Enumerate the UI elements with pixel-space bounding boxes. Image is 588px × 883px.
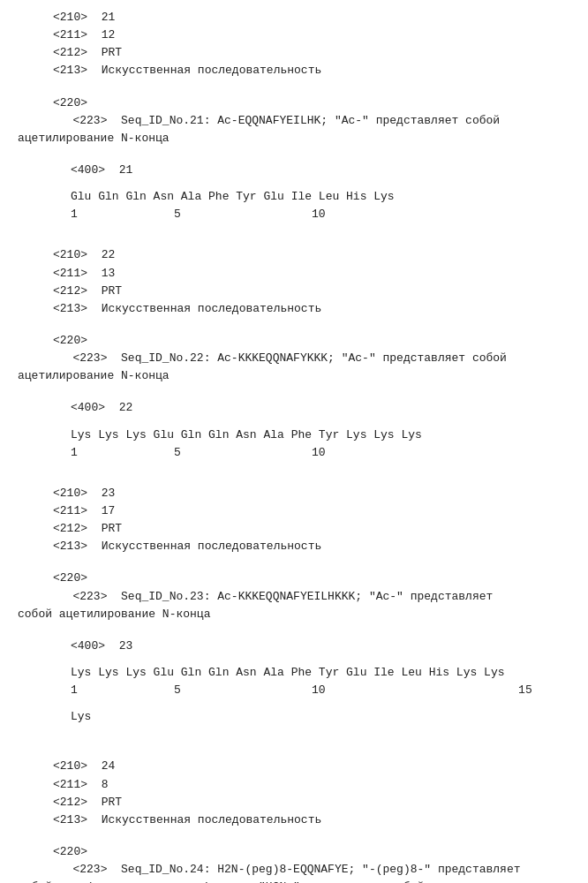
tag-223-22: <223> Seq_ID_No.22: Ac-KKKEQQNAFYKKK; "A… [18,350,570,385]
tag-223-24-line1: <223> Seq_ID_No.24: H2N-(peg)8-EQQNAFYE;… [18,861,570,879]
tag-400-23: <400> 23 [18,638,570,655]
field-213-23: <213> Искусственная последовательность [18,538,570,555]
main-content: <210> 21 <211> 12 <212> PRT <213> Искусс… [0,9,588,883]
field-212-24: <212> PRT [18,794,570,811]
num-line-21: 1 5 10 [18,206,570,223]
field-210-21: <210> 21 [18,9,570,26]
seq-line2-23: Lys [18,708,570,726]
tag-220-23: <220> [18,570,570,587]
tag-220-21: <220> [18,94,570,112]
field-211-24: <211> 8 [18,776,570,794]
section-23: <210> 23 <211> 17 <212> PRT <213> Искусс… [18,485,570,556]
field-211-21: <211> 12 [18,26,570,44]
field-212-22: <212> PRT [18,283,570,300]
tag-220-22: <220> [18,332,570,350]
tag-400-21: <400> 21 [18,162,570,179]
section-22: <210> 22 <211> 13 <212> PRT <213> Искусс… [18,246,570,318]
feature-24: <220> <223> Seq_ID_No.24: H2N-(peg)8-EQQ… [18,843,570,883]
num-line-22: 1 5 10 [18,444,570,462]
seq-block-21: <400> 21 Glu Gln Gln Asn Ala Phe Tyr Glu… [18,162,570,223]
feature-21: <220> <223> Seq_ID_No.21: Ac-EQQNAFYEILH… [18,94,570,147]
section-21: <210> 21 <211> 12 <212> PRT <213> Искусс… [18,9,570,80]
tag-223-24-line2: собой окта(этиленгликольную) цепь. "H2N-… [18,879,570,883]
field-212-23: <212> PRT [18,520,570,538]
tag-400-22: <400> 22 [18,399,570,417]
feature-22: <220> <223> Seq_ID_No.22: Ac-KKKEQQNAFYK… [18,332,570,385]
seq-line-21: Glu Gln Gln Asn Ala Phe Tyr Glu Ile Leu … [18,188,570,206]
field-210-23: <210> 23 [18,485,570,502]
tag-220-24: <220> [18,843,570,861]
tag-223-23-line1: <223> Seq_ID_No.23: Ac-KKKEQQNAFYEILHKKK… [18,588,570,606]
field-210-24: <210> 24 [18,758,570,775]
seq-line-23: Lys Lys Lys Glu Gln Gln Asn Ala Phe Tyr … [18,664,570,682]
field-212-21: <212> PRT [18,44,570,62]
field-211-22: <211> 13 [18,265,570,283]
field-211-23: <211> 17 [18,502,570,520]
field-213-22: <213> Искусственная последовательность [18,300,570,318]
seq-block-23: <400> 23 Lys Lys Lys Glu Gln Gln Asn Ala… [18,638,570,727]
tag-223-21: <223> Seq_ID_No.21: Ac-EQQNAFYEILHK; "Ac… [18,112,570,147]
seq-block-22: <400> 22 Lys Lys Lys Glu Gln Gln Asn Ala… [18,399,570,461]
num-line-23: 1 5 10 15 [18,682,570,699]
seq-line-22: Lys Lys Lys Glu Gln Gln Asn Ala Phe Tyr … [18,426,570,444]
field-213-24: <213> Искусственная последовательность [18,811,570,829]
tag-223-23-line2: собой ацетилирование N-конца [18,606,570,623]
field-213-21: <213> Искусственная последовательность [18,62,570,79]
field-210-22: <210> 22 [18,246,570,264]
feature-23: <220> <223> Seq_ID_No.23: Ac-KKKEQQNAFYE… [18,570,570,623]
section-24: <210> 24 <211> 8 <212> PRT <213> Искусст… [18,758,570,829]
